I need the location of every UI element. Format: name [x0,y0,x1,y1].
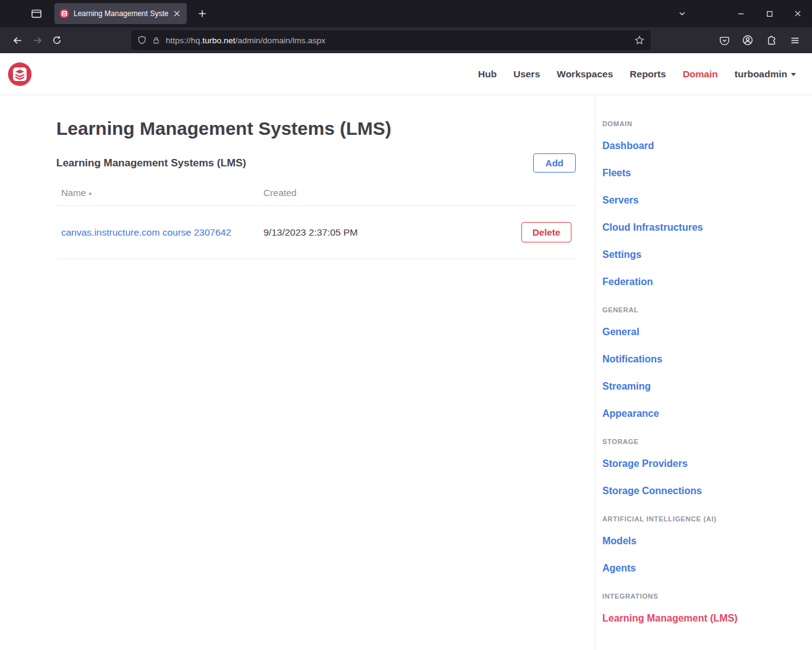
chevron-down-icon [791,73,796,76]
sidebar-item-notifications[interactable]: Notifications [602,354,800,365]
nav-reports[interactable]: Reports [630,69,666,80]
column-header-created[interactable]: Created [263,187,576,198]
sidebar-item-storage-providers[interactable]: Storage Providers [602,458,800,469]
pocket-button[interactable] [714,30,734,50]
turbo-logo[interactable] [7,62,32,87]
lms-created-cell: 9/13/2023 2:37:05 PM [263,227,521,238]
sidebar-item-storage-connections[interactable]: Storage Connections [602,485,800,497]
nav-users[interactable]: Users [513,69,540,80]
url-prefix: https://hq. [166,36,202,45]
sidebar-item-general[interactable]: General [602,327,800,338]
shield-icon[interactable] [137,35,147,45]
sidebar-item-federation[interactable]: Federation [602,276,800,288]
lock-icon[interactable] [152,36,160,45]
nav-domain[interactable]: Domain [683,69,718,80]
sidebar-item-servers[interactable]: Servers [602,195,800,206]
tab-close-icon[interactable] [172,11,182,17]
nav-user-menu[interactable]: turboadmin [735,69,796,80]
url-text: https://hq.turbo.net/admin/domain/lms.as… [166,36,325,45]
sidebar-item-learning-management-lms[interactable]: Learning Management (LMS) [602,613,800,624]
main-panel: Learning Management Systems (LMS) Learni… [56,95,576,650]
browser-toolbar: https://hq.turbo.net/admin/domain/lms.as… [0,27,812,53]
list-all-tabs-button[interactable] [672,4,692,24]
sidebar-item-agents[interactable]: Agents [602,563,800,574]
sidebar-section-label: GENERAL [602,306,800,314]
sidebar-item-fleets[interactable]: Fleets [602,168,800,179]
column-header-name[interactable]: Name▲ [56,187,263,198]
card-header: Learning Management Systems (LMS) Add [56,153,576,173]
sidebar-item-cloud-infrastructures[interactable]: Cloud Infrastructures [602,222,800,233]
add-button[interactable]: Add [533,153,576,173]
page-content: Learning Management Systems (LMS) Learni… [0,95,812,650]
table-header-row: Name▲ Created [56,180,576,206]
sidebar-item-streaming[interactable]: Streaming [602,381,800,392]
primary-nav: Hub Users Workspaces Reports Domain turb… [478,69,796,80]
sort-ascending-icon: ▲ [88,190,93,196]
new-tab-button[interactable] [193,4,212,23]
forward-button[interactable] [27,30,47,50]
url-domain: turbo.net [202,36,235,45]
puzzle-icon [766,35,777,46]
sidebar-section-domain: DOMAIN Dashboard Fleets Servers Cloud In… [602,120,800,288]
pocket-icon [719,35,730,46]
firefox-view-button[interactable] [27,4,46,23]
lms-name-cell: canvas.instructure.com course 2307642 [56,227,263,238]
reload-button[interactable] [47,30,67,50]
forward-arrow-icon [32,35,43,46]
site-header: Hub Users Workspaces Reports Domain turb… [0,53,812,95]
back-button[interactable] [7,30,27,50]
reload-icon [52,35,62,45]
nav-hub[interactable]: Hub [478,69,497,80]
bookmark-star-icon[interactable] [635,35,644,45]
back-arrow-icon [12,35,23,46]
account-button[interactable] [738,30,758,50]
sidebar-item-settings[interactable]: Settings [602,249,800,260]
sidebar-item-dashboard[interactable]: Dashboard [602,140,800,152]
chevron-down-icon [678,9,686,18]
sidebar-section-label: STORAGE [602,438,800,445]
page-title: Learning Management Systems (LMS) [56,118,576,140]
settings-sidebar: DOMAIN Dashboard Fleets Servers Cloud In… [595,95,812,650]
delete-button[interactable]: Delete [521,222,571,242]
extensions-button[interactable] [761,30,781,50]
browser-tab[interactable]: Learning Management Systems [54,3,187,24]
sidebar-section-ai: ARTIFICIAL INTELLIGENCE (AI) Models Agen… [602,515,800,574]
nav-user-menu-label: turboadmin [735,69,787,79]
card-title: Learning Management Systems (LMS) [56,157,246,169]
window-maximize-button[interactable] [755,0,784,27]
sidebar-section-storage: STORAGE Storage Providers Storage Connec… [602,438,800,497]
tab-title: Learning Management Systems [74,9,168,18]
sidebar-section-integrations: INTEGRATIONS Learning Management (LMS) [602,592,800,624]
url-path: /admin/domain/lms.aspx [236,36,326,45]
tab-favicon [59,9,69,19]
hamburger-icon [790,35,800,46]
sidebar-section-label: INTEGRATIONS [602,592,800,600]
sidebar-item-appearance[interactable]: Appearance [602,408,800,419]
sidebar-section-label: ARTIFICIAL INTELLIGENCE (AI) [602,515,800,523]
lms-item-link[interactable]: canvas.instructure.com course 2307642 [61,227,231,237]
browser-titlebar: Learning Management Systems [0,0,812,27]
firefox-view-icon [31,8,42,19]
window-close-button[interactable] [784,0,812,27]
sidebar-section-general: GENERAL General Notifications Streaming … [602,306,800,419]
menu-button[interactable] [785,30,805,50]
sidebar-section-label: DOMAIN [602,120,800,127]
account-icon [742,35,753,46]
url-bar[interactable]: https://hq.turbo.net/admin/domain/lms.as… [131,30,651,50]
table-row: canvas.instructure.com course 2307642 9/… [56,206,576,259]
window-minimize-button[interactable] [727,0,755,27]
nav-workspaces[interactable]: Workspaces [557,69,613,80]
sidebar-item-models[interactable]: Models [602,536,800,547]
